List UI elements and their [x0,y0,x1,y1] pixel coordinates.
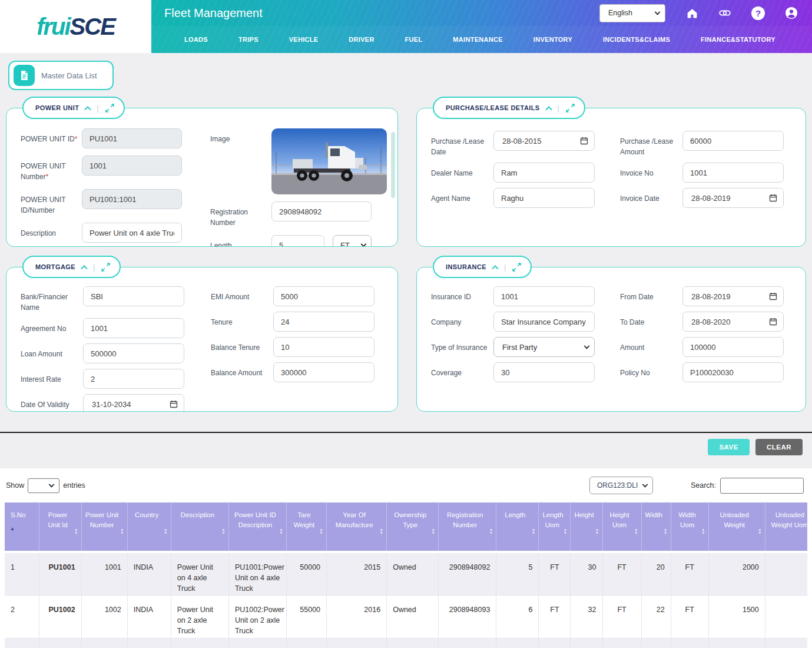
help-icon[interactable]: ? [751,6,765,20]
column-header[interactable]: Height▲▼ [571,502,602,552]
sort-icon: ▲▼ [279,528,283,535]
page-length-select[interactable] [28,478,59,493]
table-cell: PU1002:Power Unit on 2 axle Truck [228,595,286,638]
balance-amount-field[interactable] [273,362,374,382]
clear-button[interactable]: CLEAR [755,439,803,455]
column-header[interactable]: Unloaded Weight Uom▲▼ [765,502,807,552]
agreement-no-field[interactable] [83,318,184,338]
nav-item-loads[interactable]: LOADS [184,36,208,43]
bank-financier-field[interactable] [83,286,184,306]
insurance-panel: INSURANCE | Insurance ID Company Type [416,267,806,412]
column-header[interactable]: Width▲▼ [641,502,671,552]
expand-collapse-icon[interactable] [566,104,575,113]
column-header[interactable]: Registration Number▲▼ [439,502,496,552]
field-label: Insurance ID [431,286,493,306]
column-header[interactable]: Length▲▼ [496,502,539,552]
document-icon [14,65,35,86]
length-uom-select-wrap: FT [333,235,372,247]
nav-item-driver[interactable]: DRIVER [349,36,374,43]
invoice-no-field[interactable] [682,163,784,183]
expand-collapse-icon[interactable] [105,104,114,113]
registration-number-field[interactable] [271,201,372,221]
table-cell: Owned [387,552,439,595]
column-header[interactable]: Length Uom▲▼ [539,502,571,552]
column-header-label: Country [135,511,158,518]
collapse-chevron-icon[interactable] [545,106,552,113]
table-cell: 6 [496,595,539,638]
table-cell: 7 [496,638,539,648]
column-header[interactable]: Height Uom▲▼ [602,502,641,552]
profile-icon[interactable] [785,6,798,19]
nav-item-trips[interactable]: TRIPS [238,36,258,43]
balance-tenure-field[interactable] [273,337,374,357]
nav-item-inventory[interactable]: INVENTORY [533,36,572,43]
org-select[interactable]: ORG123:DLI [589,477,653,494]
column-header[interactable]: S.No▲ [5,502,39,552]
nav-item-maintenance[interactable]: MAINTENANCE [453,36,503,43]
table-cell: INDIA [127,552,171,595]
power-unit-id-number-field[interactable] [82,189,182,209]
sort-icon: ▲▼ [595,528,599,535]
description-field[interactable] [82,223,182,243]
insurance-amount-field[interactable] [682,337,784,357]
insurance-id-field[interactable] [493,286,595,306]
field-label: EMI Amount [211,286,273,306]
table-cell: Power Unit on 2 axle Truck [171,595,228,638]
nav-item-incidents-claims[interactable]: INCIDENTS&CLAIMS [603,36,670,43]
field-label: Balance Tenure [211,337,273,357]
agent-name-field[interactable] [493,188,595,208]
column-header[interactable]: Power Unit Number▲▼ [81,502,127,552]
save-button[interactable]: SAVE [708,439,749,455]
column-header[interactable]: Description▲▼ [171,502,228,552]
search-input[interactable] [720,478,804,494]
length-field[interactable] [271,235,324,247]
policy-no-field[interactable] [682,362,784,382]
to-date-field[interactable]: 28-08-2020 [682,312,784,332]
dealer-name-field[interactable] [493,163,595,183]
expand-collapse-icon[interactable] [101,263,110,272]
sort-icon: ▲▼ [701,528,705,535]
column-header[interactable]: Year Of Manufacture▲▼ [327,502,387,552]
company-field[interactable] [493,312,595,332]
column-header[interactable]: Unloaded Weight▲▼ [708,502,765,552]
loan-amount-field[interactable] [83,343,184,363]
collapse-chevron-icon[interactable] [81,265,87,272]
column-header[interactable]: Power Unit ID Description▲▼ [228,502,286,552]
length-uom-select[interactable]: FT [333,235,372,247]
emi-amount-field[interactable] [273,286,374,306]
field-label: Registration Number [210,201,271,228]
nav-item-finance-statutory[interactable]: FINANCE&STATUTORY [701,36,775,43]
from-date-field[interactable]: 28-08-2019 [682,286,784,306]
nav-item-vehicle[interactable]: VEHICLE [289,36,319,43]
purchase-lease-amount-field[interactable] [682,131,784,151]
column-header[interactable]: Power Unit Id▲▼ [39,502,81,552]
invoice-date-field[interactable]: 28-08-2019 [682,188,784,208]
column-header-label: S.No [11,511,26,518]
column-header[interactable]: Country▲▼ [127,502,171,552]
sort-icon: ▲▼ [758,528,762,535]
collapse-chevron-icon[interactable] [492,265,498,272]
table-scroll-area[interactable]: S.No▲Power Unit Id▲▼Power Unit Number▲▼C… [5,502,807,648]
power-unit-number-field[interactable] [82,156,182,176]
expand-collapse-icon[interactable] [512,263,521,272]
tenure-field[interactable] [273,312,374,332]
link-icon[interactable] [718,6,731,19]
table-cell: 2 [5,595,39,638]
master-data-list-button[interactable]: Master Data List [8,61,114,90]
header-band: Fleet Management English ? [151,0,812,53]
column-header[interactable]: Ownership Type▲▼ [387,502,439,552]
power-unit-id-field[interactable] [82,128,182,148]
nav-item-fuel[interactable]: FUEL [405,36,423,43]
date-of-validity-field[interactable]: 31-10-2034 [83,394,184,412]
column-header[interactable]: Width Uom▲▼ [671,502,708,552]
panel-scrollbar[interactable] [391,132,395,198]
type-of-insurance-select[interactable]: First Party [493,337,595,357]
purchase-lease-date-field[interactable]: 28-08-2015 [493,131,595,151]
collapse-chevron-icon[interactable] [85,106,91,113]
interest-rate-field[interactable] [83,369,184,389]
column-header[interactable]: Tare Weight▲▼ [286,502,326,552]
table-cell: Owned [387,638,439,648]
home-icon[interactable] [685,6,698,19]
language-select[interactable]: English [599,4,665,22]
coverage-field[interactable] [493,362,595,382]
